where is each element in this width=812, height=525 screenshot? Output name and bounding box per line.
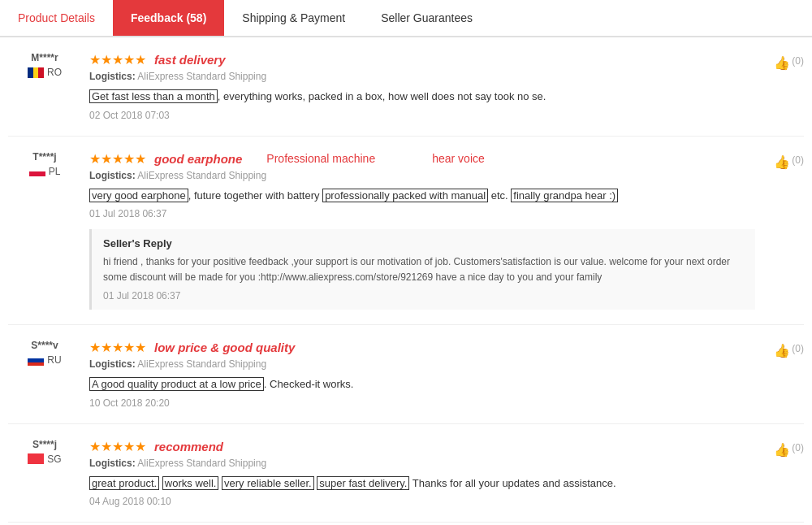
reviews-container: M****rRO★★★★★fast deliveryLogistics: Ali… — [0, 37, 812, 523]
tab-feedback[interactable]: Feedback (58) — [113, 0, 224, 36]
review-3: S****jSG★★★★★recommendLogistics: AliExpr… — [8, 424, 804, 523]
seller-reply-title-1: Seller's Reply — [103, 237, 744, 249]
text-part-3-4: very reliable seller. — [222, 476, 314, 490]
flag-icon-2 — [28, 355, 44, 366]
review-title-2-0: low price & good quality — [154, 341, 295, 354]
text-part-3-2: works well. — [162, 476, 219, 490]
review-title-3-0: recommend — [154, 440, 223, 453]
review-content-3: ★★★★★recommendLogistics: AliExpress Stan… — [89, 439, 755, 508]
review-content-2: ★★★★★low price & good qualityLogistics: … — [89, 340, 755, 409]
flag-country-1: PL — [29, 166, 61, 177]
stars-1: ★★★★★ — [89, 151, 146, 167]
review-0: M****rRO★★★★★fast deliveryLogistics: Ali… — [8, 37, 804, 137]
review-text-3: great product. works well. very reliable… — [89, 475, 755, 492]
country-label-3: SG — [47, 453, 61, 465]
review-title-0-0: fast delivery — [154, 53, 226, 67]
flag-country-2: RU — [28, 354, 61, 366]
review-content-0: ★★★★★fast deliveryLogistics: AliExpress … — [89, 52, 755, 121]
review-text-2: A good quality product at a low price. C… — [89, 376, 755, 393]
text-part-3-6: super fast delivery. — [317, 476, 409, 490]
review-text-0: Get fast less than a month, everything w… — [89, 89, 755, 105]
text-part-3-7: Thanks for all your updates and assistan… — [409, 477, 615, 489]
user-col-3: S****jSG — [8, 439, 81, 465]
text-part-1-1: , future together with battery — [188, 189, 322, 202]
country-label-0: RO — [47, 67, 62, 78]
thumbs-icon-3: 👍 — [774, 442, 790, 458]
review-1: T****jPL★★★★★good earphoneProfessional m… — [8, 137, 804, 326]
user-col-2: S****vRU — [8, 340, 81, 366]
logistics-0: Logistics: AliExpress Standard Shipping — [89, 71, 755, 82]
text-part-2-1: . Checked-it works. — [264, 378, 354, 390]
thumbs-col-1[interactable]: 👍(0) — [755, 151, 804, 170]
review-2: S****vRU★★★★★low price & good qualityLog… — [8, 325, 804, 424]
thumbs-count-2: (0) — [792, 343, 804, 354]
country-label-2: RU — [47, 354, 61, 366]
seller-reply-text-1: hi friend , thanks for your positive fee… — [103, 254, 744, 285]
thumbs-count-1: (0) — [792, 154, 804, 166]
flag-icon-3 — [28, 453, 44, 464]
logistics-1: Logistics: AliExpress Standard Shipping — [89, 170, 755, 181]
stars-2: ★★★★★ — [89, 340, 146, 355]
flag-icon-0 — [28, 67, 44, 78]
tab-shipping[interactable]: Shipping & Payment — [224, 0, 363, 36]
thumbs-col-2[interactable]: 👍(0) — [755, 340, 804, 358]
flag-icon-1 — [29, 166, 45, 176]
review-date-2: 10 Oct 2018 20:20 — [89, 397, 755, 409]
user-col-1: T****jPL — [8, 151, 81, 177]
review-header-3: ★★★★★recommend — [89, 439, 755, 454]
tab-bar: Product DetailsFeedback (58)Shipping & P… — [0, 0, 812, 37]
text-part-0-1: , everything works, packed in a box, how… — [218, 90, 546, 102]
text-part-0-0: Get fast less than a month — [89, 89, 218, 103]
review-date-0: 02 Oct 2018 07:03 — [89, 110, 755, 121]
review-date-1: 01 Jul 2018 06:37 — [89, 208, 755, 219]
thumbs-col-0[interactable]: 👍(0) — [755, 52, 804, 71]
text-part-1-0: very good earphone — [89, 189, 188, 202]
text-part-2-0: A good quality product at a low price — [89, 377, 264, 391]
username-1: T****j — [32, 151, 56, 163]
text-part-1-2: professionally packed with manual — [322, 189, 488, 202]
review-content-1: ★★★★★good earphoneProfessional machinehe… — [89, 151, 755, 310]
review-title-1-0: good earphone — [154, 152, 242, 166]
stars-3: ★★★★★ — [89, 439, 146, 454]
user-col-0: M****rRO — [8, 52, 81, 78]
username-2: S****v — [31, 340, 58, 351]
review-date-3: 04 Aug 2018 00:10 — [89, 496, 755, 507]
review-title-1-2: hear voice — [432, 152, 485, 165]
flag-country-3: SG — [28, 453, 61, 465]
thumbs-icon-2: 👍 — [774, 343, 790, 358]
text-part-1-4: finally grandpa hear :) — [511, 189, 618, 202]
thumbs-icon-1: 👍 — [774, 154, 790, 170]
review-text-1: very good earphone, future together with… — [89, 188, 755, 204]
text-part-3-0: great product. — [89, 476, 159, 490]
logistics-2: Logistics: AliExpress Standard Shipping — [89, 358, 755, 370]
review-title-1-1: Professional machine — [266, 152, 375, 165]
country-label-1: PL — [49, 166, 61, 177]
tab-product-details[interactable]: Product Details — [0, 0, 113, 36]
thumbs-col-3[interactable]: 👍(0) — [755, 439, 804, 458]
review-header-1: ★★★★★good earphoneProfessional machinehe… — [89, 151, 755, 167]
review-header-2: ★★★★★low price & good quality — [89, 340, 755, 355]
thumbs-icon-0: 👍 — [774, 55, 790, 71]
seller-reply-1: Seller's Replyhi friend , thanks for you… — [89, 229, 755, 310]
thumbs-count-0: (0) — [792, 55, 804, 67]
username-0: M****r — [31, 52, 58, 63]
tab-guarantees[interactable]: Seller Guarantees — [363, 0, 490, 36]
username-3: S****j — [32, 439, 57, 450]
logistics-3: Logistics: AliExpress Standard Shipping — [89, 458, 755, 469]
thumbs-count-3: (0) — [792, 442, 804, 453]
seller-reply-date-1: 01 Jul 2018 06:37 — [103, 290, 744, 302]
review-header-0: ★★★★★fast delivery — [89, 52, 755, 67]
text-part-1-3: etc. — [488, 189, 511, 202]
stars-0: ★★★★★ — [89, 52, 146, 67]
flag-country-0: RO — [28, 67, 62, 78]
